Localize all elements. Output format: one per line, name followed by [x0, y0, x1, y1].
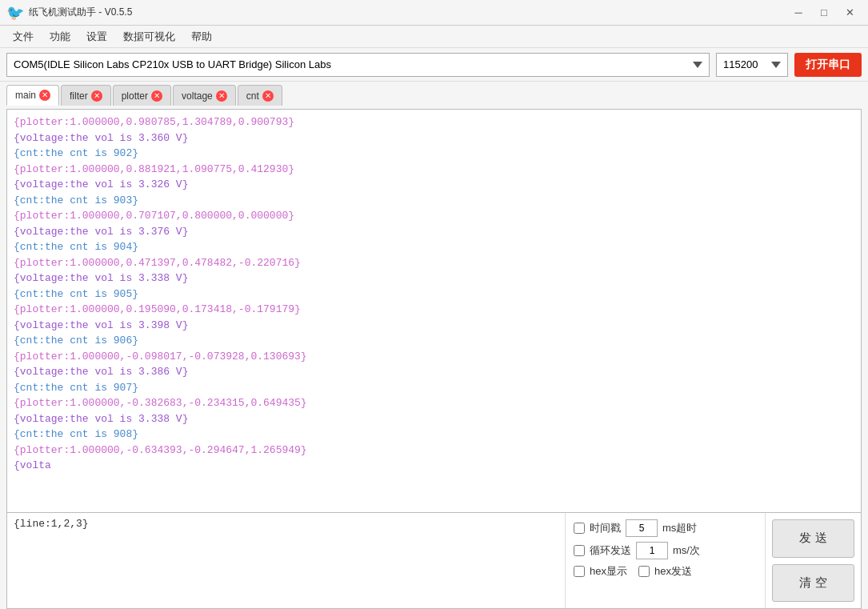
terminal-line: {voltage:the vol is 3.338 V}	[14, 411, 854, 427]
tab-close-cnt[interactable]: ✕	[262, 90, 274, 102]
hex-display-label: hex显示	[590, 564, 627, 579]
main-area: main ✕ filter ✕ plotter ✕ voltage ✕ cnt …	[0, 82, 868, 609]
tab-main[interactable]: main ✕	[6, 85, 59, 106]
terminal-line: {cnt:the cnt is 908}	[14, 427, 854, 443]
hex-display-checkbox[interactable]	[574, 566, 585, 577]
terminal-line: {plotter:1.000000,0.707107,0.800000,0.00…	[14, 208, 854, 224]
timeout-input[interactable]	[626, 519, 658, 537]
terminal-line: {voltage:the vol is 3.386 V}	[14, 364, 854, 380]
timeout-unit: ms超时	[662, 521, 697, 535]
controls-panel: 时间戳 ms超时 循环发送 ms/次 hex显示 hex发送	[565, 513, 765, 608]
menu-visualization[interactable]: 数据可视化	[117, 27, 182, 46]
tab-plotter[interactable]: plotter ✕	[113, 85, 171, 106]
toolbar: COM5(IDLE Silicon Labs CP210x USB to UAR…	[0, 48, 868, 82]
menu-help[interactable]: 帮助	[185, 27, 218, 46]
loop-interval-input[interactable]	[636, 542, 668, 559]
app-title: 纸飞机测试助手 - V0.5.5	[29, 6, 782, 19]
send-button[interactable]: 发 送	[772, 519, 854, 558]
terminal-line: {cnt:the cnt is 905}	[14, 286, 854, 302]
tab-close-plotter[interactable]: ✕	[151, 90, 162, 102]
tab-close-filter[interactable]: ✕	[91, 90, 102, 102]
terminal[interactable]: {plotter:1.000000,0.980785,1.304789,0.90…	[7, 110, 861, 512]
terminal-line: {voltage:the vol is 3.338 V}	[14, 270, 854, 286]
hex-send-checkbox[interactable]	[638, 566, 650, 577]
hex-send-label: hex发送	[654, 564, 692, 579]
terminal-wrapper: {plotter:1.000000,0.980785,1.304789,0.90…	[6, 109, 862, 513]
minimize-button[interactable]: ─	[786, 5, 810, 21]
terminal-line: {plotter:1.000000,-0.098017,-0.073928,0.…	[14, 349, 854, 365]
timestamp-label: 时间戳	[590, 521, 621, 535]
tab-close-voltage[interactable]: ✕	[216, 90, 227, 102]
send-input[interactable]	[14, 518, 558, 603]
terminal-line: {cnt:the cnt is 902}	[14, 146, 854, 162]
app-icon: 🐦	[6, 4, 24, 22]
tab-filter[interactable]: filter ✕	[61, 85, 111, 106]
terminal-line: {cnt:the cnt is 903}	[14, 193, 854, 209]
terminal-line: {cnt:the cnt is 904}	[14, 239, 854, 255]
tab-close-main[interactable]: ✕	[39, 90, 50, 101]
title-bar: 🐦 纸飞机测试助手 - V0.5.5 ─ □ ✕	[0, 0, 868, 26]
terminal-line: {plotter:1.000000,-0.634393,-0.294647,1.…	[14, 443, 854, 459]
menu-settings[interactable]: 设置	[80, 27, 114, 46]
baud-select[interactable]: 115200 9600 19200 38400 57600 230400 460…	[716, 53, 788, 77]
timestamp-checkbox[interactable]	[574, 523, 585, 534]
loop-interval-unit: ms/次	[673, 543, 700, 558]
tab-cnt[interactable]: cnt ✕	[238, 85, 282, 106]
button-panel: 发 送 清 空	[765, 513, 861, 608]
terminal-line: {plotter:1.000000,0.195090,0.173418,-0.1…	[14, 302, 854, 318]
loop-send-checkbox[interactable]	[574, 545, 585, 556]
terminal-line: {volta	[14, 458, 854, 474]
timestamp-row: 时间戳 ms超时	[574, 519, 757, 537]
terminal-line: {voltage:the vol is 3.326 V}	[14, 177, 854, 193]
tab-voltage[interactable]: voltage ✕	[173, 85, 236, 106]
loop-send-label: 循环发送	[590, 543, 631, 558]
loop-send-row: 循环发送 ms/次	[574, 542, 757, 559]
close-button[interactable]: ✕	[838, 5, 862, 21]
input-area	[7, 513, 565, 608]
menu-file[interactable]: 文件	[6, 27, 40, 46]
terminal-line: {voltage:the vol is 3.376 V}	[14, 224, 854, 240]
open-port-button[interactable]: 打开串口	[794, 53, 862, 77]
terminal-line: {plotter:1.000000,-0.382683,-0.234315,0.…	[14, 395, 854, 411]
terminal-line: {plotter:1.000000,0.471397,0.478482,-0.2…	[14, 255, 854, 271]
terminal-line: {plotter:1.000000,0.980785,1.304789,0.90…	[14, 114, 854, 130]
clear-button[interactable]: 清 空	[772, 564, 854, 603]
terminal-line: {cnt:the cnt is 907}	[14, 380, 854, 396]
terminal-line: {plotter:1.000000,0.881921,1.090775,0.41…	[14, 162, 854, 178]
menu-function[interactable]: 功能	[43, 27, 77, 46]
terminal-line: {cnt:the cnt is 906}	[14, 333, 854, 349]
hex-row: hex显示 hex发送	[574, 564, 757, 579]
window-controls: ─ □ ✕	[786, 5, 862, 21]
tabs-bar: main ✕ filter ✕ plotter ✕ voltage ✕ cnt …	[6, 85, 862, 106]
terminal-line: {voltage:the vol is 3.398 V}	[14, 318, 854, 334]
port-select[interactable]: COM5(IDLE Silicon Labs CP210x USB to UAR…	[6, 53, 710, 77]
maximize-button[interactable]: □	[812, 5, 836, 21]
terminal-line: {voltage:the vol is 3.360 V}	[14, 130, 854, 146]
menu-bar: 文件 功能 设置 数据可视化 帮助	[0, 26, 868, 48]
bottom-panel: 时间戳 ms超时 循环发送 ms/次 hex显示 hex发送 发 送 清 空	[6, 513, 862, 609]
